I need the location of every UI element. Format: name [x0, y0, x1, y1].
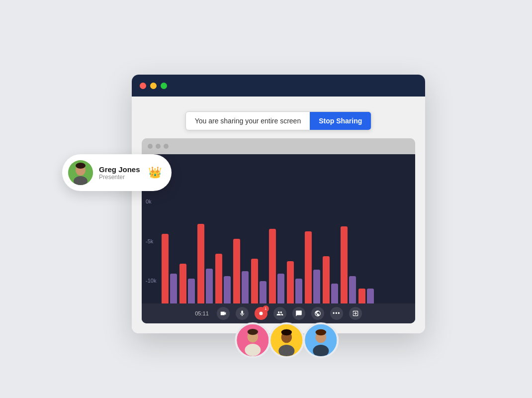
participants-row: [235, 322, 339, 358]
stop-sharing-button[interactable]: Stop Sharing: [310, 112, 371, 130]
crown-icon: 👑: [148, 166, 162, 179]
red-bar-10: [341, 226, 348, 303]
bar-pair-9: [323, 256, 338, 303]
svg-point-4: [76, 163, 86, 169]
purple-bar-10: [349, 276, 356, 303]
inner-dot-1: [148, 144, 153, 149]
purple-bar-11: [367, 289, 374, 303]
purple-bar-9: [331, 284, 338, 303]
inner-titlebar: [142, 138, 415, 154]
chart-bars: [162, 204, 407, 303]
presenter-role: Presenter: [99, 174, 140, 181]
y-label-0k: 0k: [146, 199, 156, 204]
svg-point-8: [248, 329, 258, 335]
toolbar: 05:11 1: [142, 303, 415, 323]
red-bar-7: [287, 261, 294, 303]
scene: You are sharing your entire screen Stop …: [92, 45, 440, 353]
traffic-light-red[interactable]: [140, 83, 146, 89]
bar-pair-1: [179, 264, 195, 303]
red-bar-11: [358, 289, 365, 303]
purple-bar-5: [260, 281, 266, 303]
red-bar-4: [233, 239, 240, 303]
bar-pair-4: [233, 239, 249, 303]
presenter-card: Greg Jones Presenter 👑: [62, 154, 172, 191]
bar-pair-0: [162, 234, 177, 303]
red-bar-5: [251, 259, 258, 303]
red-bar-8: [305, 231, 312, 303]
presenter-avatar: [68, 160, 93, 185]
chart-main: 10k 0k -5k -10k: [142, 154, 415, 303]
participants-icon[interactable]: [273, 307, 286, 320]
sharing-message: You are sharing your entire screen: [186, 112, 310, 130]
svg-point-0: [259, 312, 263, 315]
purple-bar-3: [224, 276, 231, 303]
purple-bar-0: [170, 274, 177, 303]
purple-bar-6: [277, 274, 284, 303]
inner-dot-2: [156, 144, 161, 149]
traffic-light-green[interactable]: [161, 83, 167, 89]
svg-point-16: [316, 329, 326, 335]
inner-window: 10k 0k -5k -10k 05:11: [142, 138, 415, 323]
purple-bar-7: [295, 279, 302, 303]
red-bar-0: [162, 234, 169, 303]
record-badge: 1: [263, 305, 269, 312]
apps-icon[interactable]: [311, 307, 324, 320]
red-bar-3: [215, 254, 222, 303]
toolbar-time: 05:11: [195, 310, 209, 316]
purple-bar-8: [313, 270, 320, 303]
browser-titlebar: [132, 75, 425, 97]
traffic-light-yellow[interactable]: [150, 83, 157, 89]
red-bar-2: [197, 224, 204, 303]
browser-content: You are sharing your entire screen Stop …: [132, 97, 425, 333]
svg-point-12: [281, 329, 292, 335]
red-bar-6: [269, 229, 276, 303]
presenter-info: Greg Jones Presenter: [99, 165, 140, 181]
participant-avatar-yellow: [269, 322, 305, 358]
bar-pair-7: [287, 261, 302, 303]
bar-pair-10: [341, 226, 356, 303]
bar-pair-11: [358, 289, 374, 303]
camera-icon[interactable]: [217, 307, 230, 320]
svg-point-7: [245, 344, 261, 356]
inner-dot-3: [164, 144, 169, 149]
purple-bar-1: [188, 279, 195, 303]
more-icon[interactable]: •••: [330, 307, 343, 320]
leave-icon[interactable]: [349, 307, 362, 320]
red-bar-1: [179, 264, 186, 303]
presenter-name: Greg Jones: [99, 165, 140, 174]
bar-pair-5: [251, 259, 266, 303]
chat-icon[interactable]: [292, 307, 305, 320]
participant-avatar-pink: [235, 322, 270, 358]
bar-pair-3: [215, 254, 231, 303]
participant-avatar-blue: [303, 322, 339, 358]
y-label-neg10k: -10k: [146, 278, 156, 284]
sharing-bar: You are sharing your entire screen Stop …: [185, 111, 372, 130]
y-label-neg5k: -5k: [146, 238, 156, 244]
purple-bar-4: [242, 271, 249, 303]
bar-pair-2: [197, 224, 213, 303]
bar-pair-8: [305, 231, 320, 303]
red-bar-9: [323, 256, 330, 303]
purple-bar-2: [206, 269, 213, 303]
chart-area: 10k 0k -5k -10k 05:11: [142, 154, 415, 323]
bar-pair-6: [269, 229, 284, 303]
mic-icon[interactable]: [236, 307, 249, 320]
browser-window: You are sharing your entire screen Stop …: [132, 75, 425, 333]
record-icon[interactable]: 1: [255, 307, 267, 320]
